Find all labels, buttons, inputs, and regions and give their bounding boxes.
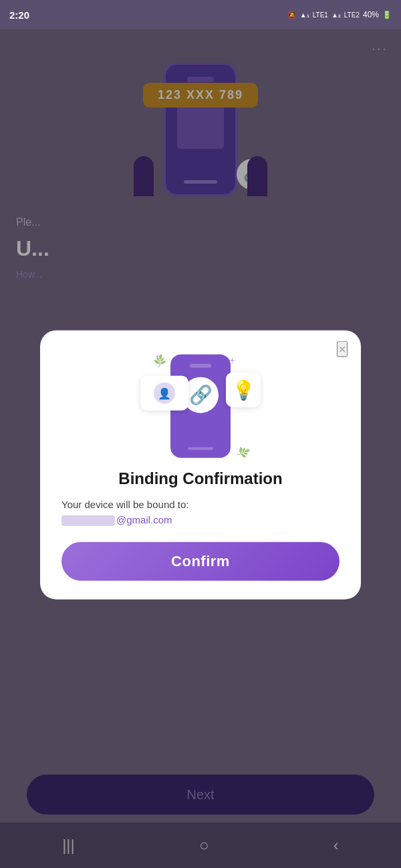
- lte2-label: LTE2: [344, 11, 360, 19]
- status-time: 2:20: [9, 9, 29, 21]
- leaf-decoration-left: 🌿: [152, 353, 167, 368]
- leaf-decoration-right: 🌿: [235, 444, 251, 459]
- modal-phone-notch: [190, 363, 211, 367]
- email-blur-placeholder: [61, 515, 115, 526]
- status-bar: 2:20 🔕 ▲₁ LTE1 ▲₂ LTE2 40% 🔋: [0, 0, 401, 29]
- email-suffix: @gmail.com: [116, 514, 172, 525]
- status-icons: 🔕 ▲₁ LTE1 ▲₂ LTE2 40% 🔋: [287, 10, 392, 19]
- confirm-button[interactable]: Confirm: [61, 542, 340, 581]
- modal-close-button[interactable]: ×: [337, 341, 348, 357]
- modal-body-text: Your device will be bound to:: [40, 499, 361, 510]
- modal-lightbulb-card: 💡: [226, 373, 261, 407]
- background-content: ··· 123 XXX 789 🔗 Ple... U... How... × +…: [0, 29, 401, 868]
- modal-title: Binding Confirmation: [118, 469, 282, 488]
- modal-illustration: + + 🔗 👤 💡 🌿 🌿: [140, 349, 261, 463]
- modal-email: @gmail.com: [40, 514, 361, 526]
- avatar-icon: 👤: [154, 383, 175, 404]
- signal-icon: ▲₁: [300, 11, 309, 19]
- battery-text: 40%: [363, 10, 379, 19]
- lightbulb-icon: 💡: [232, 379, 255, 401]
- signal2-icon: ▲₂: [331, 11, 341, 19]
- modal-avatar-card: 👤: [140, 376, 188, 411]
- modal-phone-bottom: [188, 447, 213, 449]
- lte1-label: LTE1: [313, 11, 328, 19]
- battery-icon: 🔋: [382, 11, 392, 19]
- binding-confirmation-modal: × + + 🔗 👤 💡 🌿 🌿 Bindin: [40, 331, 361, 600]
- mute-icon: 🔕: [287, 11, 297, 19]
